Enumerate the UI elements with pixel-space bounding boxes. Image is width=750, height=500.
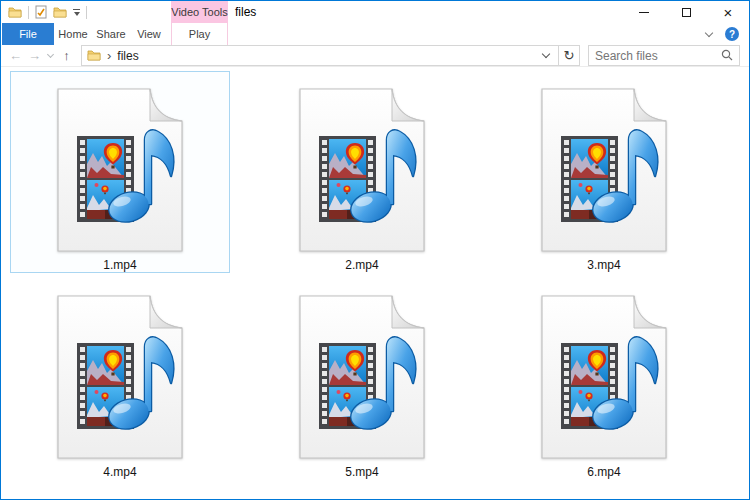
- mp4-file-icon: [55, 86, 185, 254]
- file-grid: 1.mp4: [1, 67, 749, 499]
- minimize-button[interactable]: [623, 1, 665, 23]
- mp4-file-icon: [55, 293, 185, 461]
- tab-file[interactable]: File: [2, 23, 54, 45]
- recent-locations-icon[interactable]: [44, 54, 57, 57]
- minimize-icon: [639, 12, 649, 13]
- forward-icon[interactable]: →: [25, 49, 44, 62]
- search-input[interactable]: [595, 49, 721, 63]
- file-label: 4.mp4: [103, 465, 136, 479]
- collapse-ribbon-icon[interactable]: [705, 28, 713, 36]
- file-item[interactable]: 5.mp4: [252, 278, 472, 480]
- mp4-file-icon: [297, 86, 427, 254]
- refresh-icon[interactable]: ↻: [559, 45, 580, 66]
- properties-icon[interactable]: [35, 5, 47, 19]
- explorer-folder-icon: [8, 6, 22, 18]
- up-icon[interactable]: ↑: [57, 49, 76, 62]
- breadcrumb-folder-icon: [87, 47, 101, 65]
- close-icon: ×: [724, 5, 733, 20]
- ribbon-right-controls: ?: [706, 23, 739, 45]
- ribbon-tabs: File Home Share View Play ?: [1, 23, 749, 45]
- mp4-file-icon: [297, 293, 427, 461]
- help-icon[interactable]: ?: [725, 27, 739, 41]
- file-item[interactable]: 4.mp4: [10, 278, 230, 480]
- address-box[interactable]: › files: [81, 45, 559, 66]
- file-item[interactable]: 3.mp4: [494, 71, 714, 273]
- tab-home[interactable]: Home: [54, 23, 92, 45]
- file-label: 2.mp4: [345, 258, 378, 272]
- file-label: 5.mp4: [345, 465, 378, 479]
- address-bar: ← → ↑ › files ↻: [1, 45, 749, 67]
- file-label: 1.mp4: [103, 258, 136, 272]
- file-item[interactable]: 6.mp4: [494, 278, 714, 480]
- tab-share[interactable]: Share: [92, 23, 130, 45]
- contextual-tab-group-video-tools: Video Tools: [171, 1, 228, 23]
- file-item[interactable]: 2.mp4: [252, 71, 472, 273]
- file-label: 6.mp4: [587, 465, 620, 479]
- address-dropdown-icon[interactable]: [539, 54, 553, 57]
- maximize-icon: [682, 8, 691, 17]
- breadcrumb-location[interactable]: files: [117, 49, 138, 63]
- search-icon: [721, 47, 733, 65]
- new-folder-icon[interactable]: [53, 6, 67, 18]
- tab-play[interactable]: Play: [171, 23, 228, 45]
- file-item[interactable]: 1.mp4: [10, 71, 230, 273]
- explorer-window: Video Tools files × File Home Share View…: [0, 0, 750, 500]
- close-button[interactable]: ×: [707, 1, 749, 23]
- maximize-button[interactable]: [665, 1, 707, 23]
- toolbar-separator: [86, 6, 87, 19]
- breadcrumb-chevron-icon[interactable]: ›: [107, 48, 111, 63]
- search-box[interactable]: [588, 45, 740, 66]
- window-title: files: [235, 1, 256, 23]
- toolbar-separator: [28, 6, 29, 19]
- quick-access-toolbar: [1, 1, 87, 23]
- title-bar: Video Tools files ×: [1, 1, 749, 23]
- tab-view[interactable]: View: [130, 23, 168, 45]
- mp4-file-icon: [539, 293, 669, 461]
- back-icon[interactable]: ←: [6, 49, 25, 62]
- mp4-file-icon: [539, 86, 669, 254]
- customize-quick-access-icon[interactable]: [73, 9, 80, 16]
- file-label: 3.mp4: [587, 258, 620, 272]
- caption-buttons: ×: [623, 1, 749, 23]
